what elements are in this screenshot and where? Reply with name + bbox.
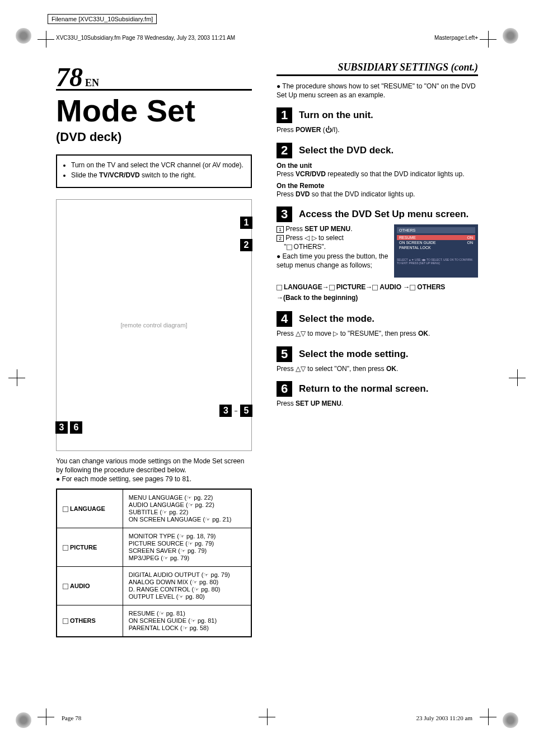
others-icon	[410, 285, 415, 290]
step-title: Select the mode.	[299, 313, 374, 325]
osd-row: PARENTAL LOCK	[397, 245, 475, 250]
header-meta-line: XVC33U_10Subsidiary.fm Page 78 Wednesday…	[56, 35, 235, 41]
sub-title: (DVD deck)	[56, 130, 252, 144]
step-number: 5	[277, 346, 292, 362]
audio-icon	[372, 285, 378, 290]
osd-footer: SELECT ▲▼ USE ◀▶ TO SELECT. USE OK TO CO…	[397, 258, 475, 265]
step-body: Press POWER (⏻/I).	[277, 125, 478, 134]
table-label: LANGUAGE	[57, 489, 123, 528]
audio-icon	[63, 584, 68, 589]
callout-1: 1	[240, 217, 252, 229]
mode-table: LANGUAGE MENU LANGUAGE (☞ pg. 22) AUDIO …	[56, 489, 252, 637]
step-header-4: 4 Select the mode.	[277, 311, 478, 327]
crop-mark	[38, 708, 54, 725]
step-header-2: 2 Select the DVD deck.	[277, 143, 478, 158]
step-number: 1	[277, 107, 292, 123]
step-body: Press SET UP MENU.	[277, 399, 478, 408]
step-title: Return to the normal screen.	[299, 383, 428, 395]
table-items: MENU LANGUAGE (☞ pg. 22) AUDIO LANGUAGE …	[123, 489, 251, 528]
step-header-3: 3 Access the DVD Set Up menu screen.	[277, 206, 478, 222]
step-body: Press VCR/DVD repeatedly so that the DVD…	[277, 170, 478, 179]
callout-dash: -	[232, 404, 240, 417]
picture-icon	[63, 545, 68, 551]
footer-right: 23 July 2003 11:20 am	[416, 715, 472, 721]
filename-box: Filename [XVC33U_10Subsidiary.fm]	[48, 14, 157, 24]
left-body-2: ● For each mode setting, see pages 79 to…	[56, 475, 252, 483]
step-number: 3	[277, 206, 292, 222]
step-header-1: 1 Turn on the unit.	[277, 107, 478, 123]
page-number-block: 78EN	[56, 62, 252, 92]
menu-flow: LANGUAGE→PICTURE→AUDIO →OTHERS→(Back to …	[277, 282, 478, 303]
callout-6: 6	[70, 421, 82, 434]
crop-mark	[509, 369, 526, 386]
step-number: 2	[277, 143, 292, 158]
page-lang: EN	[85, 77, 99, 88]
osd-title: OTHERS	[397, 227, 475, 233]
crop-mark	[38, 31, 54, 48]
left-column: 78EN Mode Set (DVD deck) Turn on the TV …	[56, 62, 252, 637]
table-items: MONITOR TYPE (☞ pg. 18, 79) PICTURE SOUR…	[123, 528, 251, 566]
left-body-1: You can change various mode settings on …	[56, 457, 252, 475]
register-lozenge	[16, 28, 31, 44]
right-intro: ● The procedure shows how to set "RESUME…	[277, 82, 478, 100]
others-icon	[287, 245, 292, 250]
step-title: Access the DVD Set Up menu screen.	[299, 209, 469, 220]
table-row: PICTURE MONITOR TYPE (☞ pg. 18, 79) PICT…	[57, 528, 251, 566]
table-label: OTHERS	[57, 605, 123, 637]
section-header: SUBSIDIARY SETTINGS (cont.)	[277, 62, 478, 76]
step-title: Select the mode setting.	[299, 349, 409, 360]
language-icon	[63, 506, 68, 512]
register-lozenge	[503, 712, 518, 728]
crop-mark	[259, 708, 275, 725]
step-title: Select the DVD deck.	[299, 145, 394, 156]
step-title: Turn on the unit.	[299, 110, 373, 121]
right-column: SUBSIDIARY SETTINGS (cont.) ● The proced…	[277, 62, 478, 408]
osd-row: ON SCREEN GUIDEON	[397, 240, 475, 245]
osd-screenshot: OTHERS RESUMEON ON SCREEN GUIDEON PARENT…	[394, 224, 478, 278]
table-row: OTHERS RESUME (☞ pg. 81) ON SCREEN GUIDE…	[57, 605, 251, 637]
callout-3b: 3	[55, 421, 68, 434]
callout-3: 3	[219, 405, 232, 417]
table-label: PICTURE	[57, 528, 123, 566]
step-header-5: 5 Select the mode setting.	[277, 346, 478, 362]
sub-heading: On the Remote	[277, 182, 478, 190]
table-label: AUDIO	[57, 566, 123, 605]
others-icon	[63, 618, 68, 624]
table-items: RESUME (☞ pg. 81) ON SCREEN GUIDE (☞ pg.…	[123, 605, 251, 637]
callout-5: 5	[240, 405, 252, 417]
language-icon	[277, 285, 282, 290]
remote-diagram: [remote control diagram] 1 2 3 - 5 3 6	[56, 199, 252, 451]
callout-2: 2	[240, 239, 252, 251]
sub-heading: On the unit	[277, 162, 478, 170]
register-lozenge	[16, 712, 31, 728]
table-items: DIGITAL AUDIO OUTPUT (☞ pg. 79) ANALOG D…	[123, 566, 251, 605]
step-number: 6	[277, 381, 292, 397]
main-title: Mode Set	[56, 95, 252, 126]
crop-mark	[480, 31, 496, 48]
step-body: Press △▽ to select "ON", then press OK.	[277, 364, 478, 373]
masterpage-label: Masterpage:Left+	[434, 35, 478, 41]
prep-item: Turn on the TV and select the VCR channe…	[71, 161, 245, 169]
prep-box: Turn on the TV and select the VCR channe…	[56, 154, 252, 188]
crop-mark	[480, 708, 496, 725]
picture-icon	[329, 285, 335, 290]
prep-item: Slide the TV/VCR/DVD switch to the right…	[71, 171, 245, 179]
osd-row: RESUMEON	[397, 235, 475, 240]
step-header-6: 6 Return to the normal screen.	[277, 381, 478, 397]
page-number: 78	[56, 62, 83, 92]
step-body: Press △▽ to move ▷ to "RESUME", then pre…	[277, 329, 478, 338]
footer-left: Page 78	[62, 715, 81, 721]
step-body: Press DVD so that the DVD indicator ligh…	[277, 190, 478, 199]
table-row: AUDIO DIGITAL AUDIO OUTPUT (☞ pg. 79) AN…	[57, 566, 251, 605]
step-number: 4	[277, 311, 292, 327]
table-row: LANGUAGE MENU LANGUAGE (☞ pg. 22) AUDIO …	[57, 489, 251, 528]
register-lozenge	[503, 28, 518, 44]
crop-mark	[8, 369, 25, 386]
